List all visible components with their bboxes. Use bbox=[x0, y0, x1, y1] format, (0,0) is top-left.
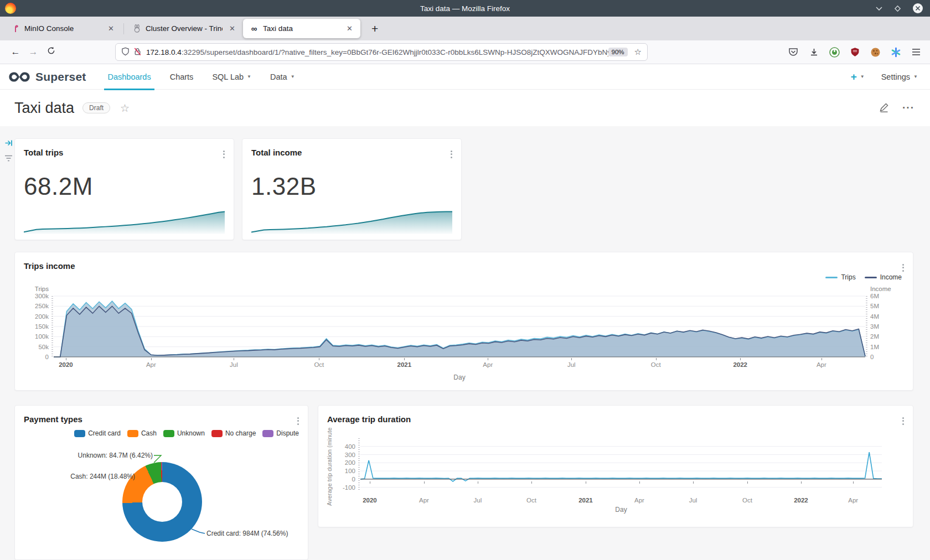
draft-badge: Draft bbox=[82, 102, 110, 113]
legend-item[interactable]: Trips bbox=[825, 273, 855, 281]
add-button[interactable]: +▼ bbox=[851, 71, 865, 83]
axis-tick-label: 50k bbox=[38, 344, 49, 350]
axis-tick-label: 1M bbox=[870, 344, 879, 350]
nav-item-label: SQL Lab bbox=[212, 72, 244, 81]
new-tab-button[interactable]: + bbox=[367, 22, 383, 35]
minimize-icon[interactable] bbox=[875, 6, 883, 11]
insecure-lock-icon[interactable] bbox=[133, 47, 142, 58]
legend-item[interactable]: Unknown bbox=[163, 429, 205, 437]
kebab-menu-icon[interactable] bbox=[296, 414, 300, 427]
nav-item-data[interactable]: Data▼ bbox=[270, 64, 295, 90]
nav-item-label: Dashboards bbox=[107, 72, 151, 81]
browser-tab[interactable]: Cluster Overview - Trino✕ bbox=[126, 19, 243, 38]
axis-tick-mark bbox=[693, 481, 694, 484]
kebab-menu-icon[interactable] bbox=[450, 148, 453, 160]
ublock-icon[interactable] bbox=[849, 46, 861, 58]
chart-legend: TripsIncome bbox=[825, 273, 902, 281]
settings-menu[interactable]: Settings▼ bbox=[881, 72, 918, 81]
shield-icon[interactable] bbox=[121, 47, 130, 58]
expand-filter-bar-icon[interactable] bbox=[4, 138, 13, 147]
maximize-icon[interactable] bbox=[894, 5, 901, 12]
axis-tick-label: Apr bbox=[817, 358, 826, 368]
axis-tick-mark bbox=[747, 481, 748, 484]
tab-close-icon[interactable]: ✕ bbox=[106, 23, 116, 34]
left-axis-minor-ticks bbox=[358, 438, 360, 491]
chevron-down-icon: ▼ bbox=[291, 74, 295, 79]
menu-icon[interactable] bbox=[910, 46, 922, 58]
trino-icon bbox=[132, 24, 141, 33]
axis-tick-label: -100 bbox=[343, 484, 355, 491]
nav-item-charts[interactable]: Charts bbox=[170, 64, 194, 90]
superset-logo[interactable]: Superset bbox=[8, 70, 86, 84]
legend-label: Trips bbox=[841, 273, 855, 281]
axis-tick-label: 2022 bbox=[733, 358, 747, 368]
tab-close-icon[interactable]: ✕ bbox=[344, 23, 355, 34]
url-bar[interactable]: 172.18.0.4:32295/superset/dashboard/1/?n… bbox=[115, 43, 648, 61]
legend-swatch bbox=[825, 277, 838, 278]
axis-tick-label: 3M bbox=[870, 323, 879, 330]
kebab-menu-icon[interactable] bbox=[901, 414, 905, 427]
extension-blue-asterisk-icon[interactable] bbox=[890, 46, 902, 58]
legend-swatch bbox=[211, 430, 223, 437]
cookie-icon[interactable] bbox=[869, 46, 881, 58]
brand-name: Superset bbox=[35, 70, 86, 84]
chevron-down-icon: ▼ bbox=[860, 74, 865, 79]
kebab-menu-icon[interactable] bbox=[901, 261, 905, 274]
tab-strip: MinIO Console✕Cluster Overview - Trino✕∞… bbox=[0, 17, 930, 40]
forward-button[interactable]: → bbox=[24, 46, 42, 58]
reload-button[interactable] bbox=[42, 46, 60, 58]
filter-icon[interactable] bbox=[4, 154, 13, 163]
legend-label: Credit card bbox=[88, 429, 121, 437]
avg-trip-duration-chart: Average trip duration (minute 4003002001… bbox=[327, 438, 904, 491]
superset-navbar: Superset DashboardsChartsSQL Lab▼Data▼ +… bbox=[0, 64, 930, 90]
legend-item[interactable]: Credit card bbox=[74, 429, 121, 437]
extension-green-icon[interactable] bbox=[828, 46, 840, 58]
kebab-menu-icon[interactable] bbox=[222, 148, 226, 160]
nav-item-sql-lab[interactable]: SQL Lab▼ bbox=[212, 64, 251, 90]
legend-item[interactable]: No charge bbox=[211, 429, 256, 437]
legend-item[interactable]: Dispute bbox=[262, 429, 299, 437]
zoom-level-badge[interactable]: 90% bbox=[608, 48, 628, 56]
legend-swatch bbox=[262, 430, 273, 437]
axis-tick-label: Apr bbox=[634, 494, 644, 504]
total-income-sparkline bbox=[251, 210, 452, 234]
axis-tick-label: 4M bbox=[870, 313, 879, 320]
tab-close-icon[interactable]: ✕ bbox=[227, 23, 237, 34]
bookmark-star-icon[interactable]: ☆ bbox=[634, 47, 642, 57]
axis-tick-label: 0 bbox=[870, 354, 874, 360]
donut-callout-label: Cash: 244M (18.48%) bbox=[70, 473, 135, 480]
pocket-icon[interactable] bbox=[787, 46, 799, 58]
close-icon[interactable] bbox=[912, 3, 923, 14]
axis-tick-label: 0 bbox=[352, 476, 355, 483]
dashboard-title: Taxi data bbox=[14, 100, 74, 117]
axis-tick-label: Oct bbox=[526, 494, 536, 504]
axis-tick-label: 100k bbox=[35, 333, 49, 340]
nav-item-dashboards[interactable]: Dashboards bbox=[107, 64, 151, 90]
browser-tab[interactable]: ∞Taxi data✕ bbox=[243, 19, 360, 38]
axis-tick-label: 100 bbox=[345, 468, 355, 474]
legend-label: Cash bbox=[141, 429, 157, 437]
axis-tick-label: Apr bbox=[419, 494, 429, 504]
axis-tick-mark bbox=[586, 481, 586, 484]
trips-income-panel: Trips income TripsIncome Trips 300k250k2… bbox=[14, 252, 913, 391]
panel-title: Payment types bbox=[24, 414, 299, 424]
more-actions-icon[interactable]: ··· bbox=[902, 102, 914, 114]
edit-pencil-icon[interactable] bbox=[879, 102, 889, 114]
axis-tick-label: 400 bbox=[345, 443, 355, 450]
downloads-icon[interactable] bbox=[808, 46, 820, 58]
browser-tab[interactable]: MinIO Console✕ bbox=[4, 19, 122, 38]
axis-tick-label: Oct bbox=[651, 358, 661, 368]
legend-item[interactable]: Income bbox=[865, 273, 902, 281]
legend-label: Dispute bbox=[276, 429, 299, 437]
legend-item[interactable]: Cash bbox=[127, 429, 157, 437]
tab-title: Cluster Overview - Trino bbox=[146, 24, 223, 33]
axis-tick-mark bbox=[424, 481, 425, 484]
favorite-star-icon[interactable]: ☆ bbox=[120, 102, 130, 115]
legend-swatch bbox=[127, 430, 138, 437]
axis-tick-label: 300k bbox=[35, 293, 49, 299]
x-axis-labels: 2020AprJulOct2021AprJulOct2022Apr bbox=[54, 358, 865, 371]
axis-tick-label: Jul bbox=[230, 358, 238, 368]
axis-tick-label: Apr bbox=[848, 494, 858, 504]
back-button[interactable]: ← bbox=[7, 46, 24, 58]
minio-icon bbox=[11, 24, 20, 33]
